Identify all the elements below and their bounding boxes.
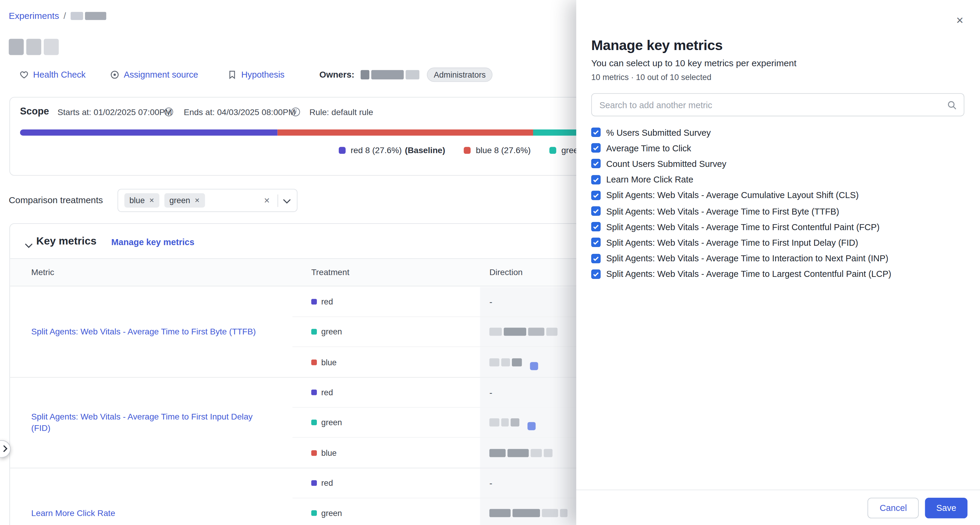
check-icon [592, 207, 599, 215]
treatment-color-dot [311, 480, 317, 486]
metric-checkbox[interactable] [591, 238, 601, 247]
treatment-color-dot [311, 359, 317, 365]
redacted-breadcrumb-block [85, 12, 106, 20]
metric-checkbox-item[interactable]: Split Agents: Web Vitals - Average Cumul… [591, 187, 966, 203]
metric-checkbox[interactable] [591, 222, 601, 231]
direction-value: - [489, 388, 492, 397]
chip-label: blue [129, 196, 145, 205]
sidebar-expand-button[interactable] [0, 440, 11, 458]
chip-remove-icon[interactable]: ✕ [149, 197, 154, 204]
metric-checkbox-item[interactable]: Learn More Click Rate [591, 172, 966, 188]
check-icon [592, 239, 599, 246]
metric-checkbox-label: Split Agents: Web Vitals - Average Time … [606, 253, 888, 263]
chevron-down-icon[interactable] [283, 195, 291, 206]
redacted-direction-value [531, 448, 542, 457]
treatment-name: red [321, 478, 333, 488]
treatment-name: green [321, 418, 342, 427]
legend-swatch [550, 147, 557, 154]
treatment-cell: green [293, 498, 480, 525]
assignment-source-button[interactable]: Assignment source [110, 70, 198, 80]
metric-checkbox-item[interactable]: Split Agents: Web Vitals - Average Time … [591, 266, 966, 282]
metric-checkbox[interactable] [591, 191, 601, 200]
metric-checkbox-item[interactable]: % Users Submitted Survey [591, 124, 966, 140]
scope-ends-at: Ends at: 04/03/2025 08:00PM [184, 108, 295, 117]
redacted-title-block [44, 39, 59, 55]
comparison-treatments-select[interactable]: blue✕green✕ ✕ [118, 189, 298, 212]
clear-all-icon[interactable]: ✕ [261, 196, 272, 205]
bar-segment-red [20, 129, 278, 136]
close-icon[interactable]: ✕ [953, 13, 966, 29]
check-icon [592, 145, 599, 152]
treatment-color-dot [311, 389, 317, 395]
treatment-name: green [321, 508, 342, 517]
scope-title: Scope [20, 106, 49, 117]
chevron-right-icon [3, 443, 7, 455]
owners-label: Owners: [319, 70, 354, 80]
manage-key-metrics-link[interactable]: Manage key metrics [111, 237, 194, 247]
metric-cell: Split Agents: Web Vitals - Average Time … [10, 378, 292, 468]
scope-starts-at: Starts at: 01/02/2025 07:00PM [57, 108, 172, 117]
redacted-breadcrumb-block [70, 12, 83, 20]
metric-link[interactable]: Split Agents: Web Vitals - Average Time … [31, 412, 274, 434]
info-icon[interactable]: i [291, 108, 300, 116]
cancel-button[interactable]: Cancel [868, 498, 919, 518]
metric-cell: Split Agents: Web Vitals - Average Time … [10, 287, 292, 377]
metric-checkbox[interactable] [591, 159, 601, 168]
metric-checkbox-item[interactable]: Average Time to Click [591, 140, 966, 156]
metric-checkbox[interactable] [591, 128, 601, 137]
metric-checkbox-item[interactable]: Count Users Submitted Survey [591, 156, 966, 172]
save-button[interactable]: Save [925, 498, 967, 518]
check-icon [592, 176, 599, 183]
metric-link[interactable]: Split Agents: Web Vitals - Average Time … [31, 326, 256, 338]
check-icon [592, 129, 599, 136]
legend-item: red 8 (27.6%)(Baseline) [339, 146, 445, 155]
treatment-cell: green [293, 408, 480, 437]
panel-footer: Cancel Save [576, 490, 980, 525]
metric-checkbox[interactable] [591, 175, 601, 184]
treatment-cell: red [293, 378, 480, 407]
redacted-owner-block [406, 70, 419, 79]
panel-subtitle: You can select up to 10 key metrics per … [591, 58, 796, 68]
metric-link[interactable]: Learn More Click Rate [31, 507, 115, 519]
chip-remove-icon[interactable]: ✕ [194, 197, 200, 204]
treatment-cell: blue [293, 438, 480, 468]
redacted-direction-value [511, 418, 519, 426]
metric-checkbox-item[interactable]: Split Agents: Web Vitals - Average Time … [591, 219, 966, 235]
treatment-name: blue [321, 357, 337, 367]
metric-search-input[interactable] [592, 94, 964, 116]
metric-checkbox-item[interactable]: Split Agents: Web Vitals - Average Time … [591, 251, 966, 266]
metric-checkbox-label: Split Agents: Web Vitals - Average Time … [606, 222, 880, 231]
assignment-source-label: Assignment source [124, 70, 198, 80]
metric-checkbox-item[interactable]: Split Agents: Web Vitals - Average Time … [591, 235, 966, 251]
metric-checkbox-label: Split Agents: Web Vitals - Average Cumul… [606, 190, 859, 200]
direction-value: - [489, 478, 492, 488]
hypothesis-button[interactable]: Hypothesis [228, 70, 285, 80]
redacted-direction-value [504, 327, 526, 336]
treatment-cell: red [293, 287, 480, 316]
redacted-direction-value [508, 448, 529, 457]
column-header-metric: Metric [10, 268, 292, 277]
treatment-color-dot [311, 329, 317, 335]
treatment-name: blue [321, 448, 337, 457]
select-divider [277, 194, 278, 207]
comparison-treatments-label: Comparison treatments [9, 195, 103, 205]
redacted-direction-value [489, 509, 511, 517]
redacted-direction-value [512, 358, 522, 366]
metric-checkbox-label: Split Agents: Web Vitals - Average Time … [606, 238, 858, 247]
breadcrumb-experiments-link[interactable]: Experiments [9, 11, 59, 21]
redacted-direction-value [542, 509, 558, 517]
treatment-cell: red [293, 468, 480, 498]
treatment-chip[interactable]: green✕ [164, 193, 205, 207]
metric-checkbox-item[interactable]: Split Agents: Web Vitals - Average Time … [591, 203, 966, 219]
bar-segment-blue [277, 129, 533, 136]
health-check-button[interactable]: Health Check [19, 70, 86, 80]
collapse-chevron-down-icon[interactable] [25, 239, 32, 251]
direction-badge-icon [530, 362, 538, 370]
treatment-chip[interactable]: blue✕ [124, 193, 159, 207]
metric-checkbox[interactable] [591, 206, 601, 216]
info-icon[interactable]: i [164, 108, 173, 116]
metric-checkbox-label: Average Time to Click [606, 143, 691, 153]
metric-checkbox[interactable] [591, 254, 601, 263]
metric-checkbox[interactable] [591, 143, 601, 153]
metric-checkbox[interactable] [591, 270, 601, 279]
